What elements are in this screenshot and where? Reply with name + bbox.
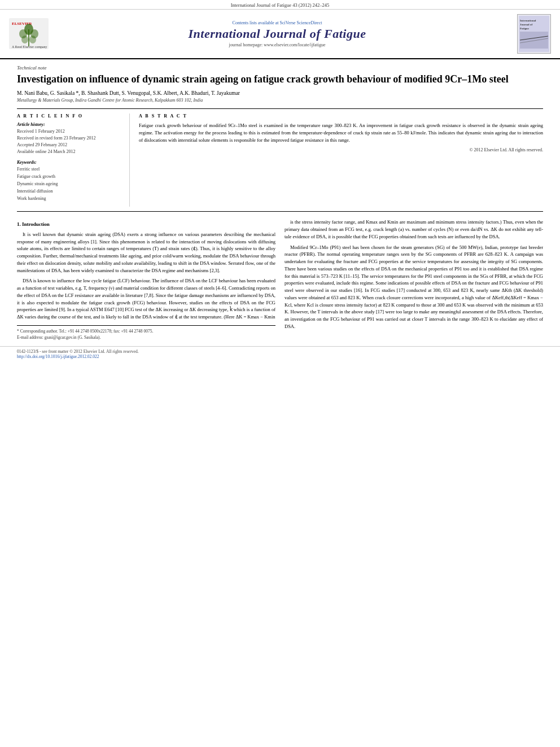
article-type-label: Technical note	[17, 65, 543, 71]
body-left-column: 1. Introduction It is well known that dy…	[17, 219, 275, 340]
authors-line: M. Nani Babu, G. Sasikala *, B. Shashank…	[17, 90, 543, 96]
accepted-date: Accepted 29 February 2012	[17, 142, 123, 148]
section1-title: 1. Introduction	[17, 221, 275, 229]
article-info-heading: A R T I C L E I N F O	[17, 113, 123, 119]
sciverse-line: Contents lists available at SciVerse Sci…	[49, 20, 506, 25]
abstract-column: A B S T R A C T Fatigue crack growth beh…	[139, 113, 543, 207]
keyword-1: Ferritic steel	[17, 166, 123, 173]
svg-point-7	[29, 36, 36, 43]
page: International Journal of Fatigue 43 (201…	[0, 0, 560, 747]
footnote-email: E-mail address: gsasi@igcar.gov.in (G. S…	[17, 334, 275, 340]
article-title: Investigation on influence of dynamic st…	[17, 73, 543, 86]
doi-link[interactable]: http://dx.doi.org/10.1016/j.ijfatigue.20…	[17, 354, 99, 359]
keyword-2: Fatigue crack growth	[17, 173, 123, 181]
revised-date: Received in revised form 23 February 201…	[17, 135, 123, 142]
journal-citation: International Journal of Fatigue 43 (201…	[231, 2, 330, 8]
keywords-label: Keywords:	[17, 160, 123, 165]
article-info-column: A R T I C L E I N F O Article history: R…	[17, 113, 130, 207]
history-label: Article history:	[17, 122, 123, 127]
received-date: Received 1 February 2012	[17, 128, 123, 135]
journal-header-right: International Journal of Fatigue	[506, 14, 551, 54]
intro-para2: DSA is known to influence the low cycle …	[17, 277, 275, 321]
footnote-corresponding: * Corresponding author. Tel.: +91 44 274…	[17, 328, 275, 334]
top-bar: International Journal of Fatigue 43 (201…	[0, 0, 560, 10]
svg-rect-14	[520, 32, 548, 49]
keyword-5: Work hardening	[17, 195, 123, 203]
abstract-heading: A B S T R A C T	[139, 113, 543, 119]
footer-doi: http://dx.doi.org/10.1016/j.ijfatigue.20…	[17, 354, 543, 359]
keywords-list: Ferritic steel Fatigue crack growth Dyna…	[17, 166, 123, 202]
footer-bar: 0142-1123/$ - see front matter © 2012 El…	[0, 346, 560, 361]
article-history-group: Article history: Received 1 February 201…	[17, 122, 123, 155]
footer-issn: 0142-1123/$ - see front matter © 2012 El…	[17, 349, 543, 354]
svg-text:Journal of: Journal of	[520, 23, 532, 26]
sciverse-link[interactable]: SciVerse ScienceDirect	[280, 20, 322, 25]
article-content: Technical note Investigation on influenc…	[0, 59, 560, 346]
footnote-divider: * Corresponding author. Tel.: +91 44 274…	[17, 325, 275, 341]
journal-cover-image: International Journal of Fatigue	[517, 14, 551, 54]
intro-para1: It is well known that dynamic strain age…	[17, 231, 275, 274]
affiliation: Metallurgy & Materials Group, Indira Gan…	[17, 98, 543, 103]
svg-text:Fatigue: Fatigue	[520, 27, 530, 30]
svg-text:International: International	[520, 19, 536, 22]
svg-text:A Reed Elsevier company: A Reed Elsevier company	[12, 45, 47, 49]
keywords-group: Keywords: Ferritic steel Fatigue crack g…	[17, 160, 123, 202]
intro-para2-continued: is the stress intensity factor range, an…	[285, 219, 543, 240]
body-two-col: 1. Introduction It is well known that dy…	[17, 219, 543, 340]
abstract-text: Fatigue crack growth behaviour of modifi…	[139, 122, 543, 143]
journal-header-center: Contents lists available at SciVerse Sci…	[49, 20, 506, 47]
elsevier-logo: ELSEVIER A Reed Elsevier company	[9, 18, 49, 50]
journal-header: ELSEVIER A Reed Elsevier company Content…	[0, 10, 560, 59]
svg-point-6	[21, 36, 28, 43]
body-right-column: is the stress intensity factor range, an…	[285, 219, 543, 340]
intro-para3: Modified 9Cr–1Mo (P91) steel has been ch…	[285, 244, 543, 330]
journal-title: International Journal of Fatigue	[49, 27, 506, 41]
journal-homepage: journal homepage: www.elsevier.com/locat…	[49, 42, 506, 47]
keyword-4: Interstitial diffusion	[17, 188, 123, 195]
keyword-3: Dynamic strain ageing	[17, 181, 123, 188]
copyright-line: © 2012 Elsevier Ltd. All rights reserved…	[139, 147, 543, 152]
available-date: Available online 24 March 2012	[17, 148, 123, 155]
article-meta-section: A R T I C L E I N F O Article history: R…	[17, 108, 543, 212]
